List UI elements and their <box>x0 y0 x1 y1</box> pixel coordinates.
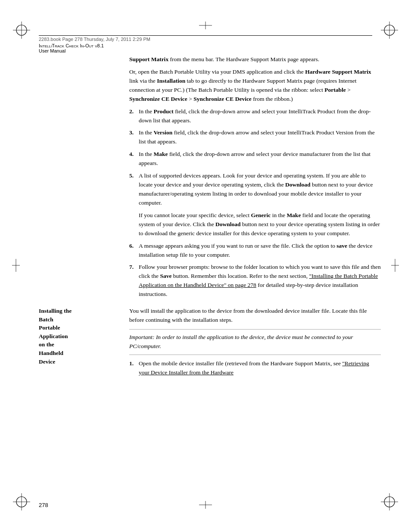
tick-left-mid <box>12 259 20 274</box>
download-bold: Download <box>285 181 311 188</box>
corner-mark-br <box>381 493 398 510</box>
hw-support-bold: Hardware Support Matrix <box>305 68 371 75</box>
installing-label-line3: Portable <box>39 324 60 331</box>
installing-section: Installing the Batch Portable Applicatio… <box>129 307 381 377</box>
header-subtitle: User Manual <box>39 48 104 53</box>
support-matrix-bold: Support Matrix <box>129 56 168 62</box>
step-2: 2. In the Product field, click the drop-… <box>129 107 381 125</box>
step-6-num: 6. <box>129 242 139 260</box>
tick-right-mid <box>391 259 399 274</box>
installation-bold: Installation <box>157 78 185 84</box>
step-5-extra: If you cannot locate your specific devic… <box>139 211 381 238</box>
version-bold: Version <box>154 129 173 136</box>
page: 2283.book Page 278 Thursday, July 7, 201… <box>0 0 411 532</box>
step-4-num: 4. <box>129 150 139 168</box>
step-6: 6. A message appears asking you if you w… <box>129 242 381 260</box>
generic-bold: Generic <box>251 212 271 218</box>
step-7-num: 7. <box>129 263 139 299</box>
step-7-text: Follow your browser prompts: browse to t… <box>139 263 381 299</box>
make2-bold: Make <box>286 212 301 218</box>
page-number: 278 <box>39 502 48 508</box>
installing-link[interactable]: "Installing the Batch Portable Applicati… <box>139 273 378 288</box>
corner-mark-tr <box>381 22 398 39</box>
tick-bottom-center <box>199 501 212 510</box>
step-7: 7. Follow your browser prompts: browse t… <box>129 263 381 299</box>
intro-p1: Support Matrix from the menu bar. The Ha… <box>129 55 381 64</box>
step-5-num: 5. <box>129 171 139 208</box>
intro-p2: Or, open the Batch Portable Utility via … <box>129 68 381 104</box>
make-bold: Make <box>154 151 168 157</box>
installing-intro: You will install the application to the … <box>129 307 381 325</box>
step-4-text: In the Make field, click the drop-down a… <box>139 150 381 168</box>
installing-label-line1: Installing the <box>39 308 72 314</box>
corner-mark-tl <box>13 22 30 39</box>
step-2-text: In the Product field, click the drop-dow… <box>139 107 381 125</box>
top-bar: 2283.book Page 278 Thursday, July 7, 201… <box>39 35 372 42</box>
portable-bold: Portable <box>324 87 346 93</box>
download2-bold: Down­load <box>215 221 241 227</box>
product-bold: Product <box>154 108 174 115</box>
steps-list: 2. In the Product field, click the drop-… <box>129 107 381 208</box>
important-text: In order to install the application to t… <box>129 334 353 349</box>
main-column: Support Matrix from the menu bar. The Ha… <box>129 55 381 377</box>
sync-ce-bold: Synchronize CE Device <box>129 96 187 102</box>
step-3-text: In the Version field, click the drop-dow… <box>139 128 381 146</box>
installing-steps: 1. Open the mobile device installer file… <box>129 359 381 377</box>
hardware-link[interactable]: "Retrieving your Device Installer from t… <box>139 360 369 376</box>
installing-step-1-text: Open the mobile device installer file (r… <box>139 359 381 377</box>
save2-bold: Save <box>160 273 171 279</box>
steps-list-2: 6. A message appears asking you if you w… <box>129 242 381 299</box>
step-5: 5. A list of supported devices appears. … <box>129 171 381 208</box>
important-label: Important: <box>129 334 155 340</box>
step-3: 3. In the Version field, click the drop-… <box>129 128 381 146</box>
step-6-text: A message appears asking you if you want… <box>139 242 381 260</box>
tick-top-center <box>199 22 212 31</box>
step-5-text: A list of supported devices appears. Loo… <box>139 171 381 208</box>
header: IntelliTrack Check In-Out v8.1 User Manu… <box>39 43 104 53</box>
installing-label-line4: Application <box>39 333 68 339</box>
installing-step-1: 1. Open the mobile device installer file… <box>129 359 381 377</box>
save-bold: save <box>336 243 347 249</box>
installing-step-1-num: 1. <box>129 359 139 377</box>
installing-label: Installing the Batch Portable Applicatio… <box>39 307 118 366</box>
step-3-num: 3. <box>129 128 139 146</box>
installing-label-line6: Handheld <box>39 350 63 356</box>
header-title: IntelliTrack Check In-Out v8.1 <box>39 43 104 48</box>
step-2-num: 2. <box>129 107 139 125</box>
important-block: Important: In order to install the appli… <box>129 329 381 355</box>
installing-label-line5: on the <box>39 341 54 348</box>
corner-mark-bl <box>13 493 30 510</box>
content-area: Support Matrix from the menu bar. The Ha… <box>39 55 381 498</box>
book-info: 2283.book Page 278 Thursday, July 7, 201… <box>39 37 150 42</box>
installing-label-line7: Device <box>39 358 55 365</box>
sync-ce2-bold: Synchronize CE Device <box>193 96 252 102</box>
installing-label-line2: Batch <box>39 316 53 323</box>
step-4: 4. In the Make field, click the drop-dow… <box>129 150 381 168</box>
